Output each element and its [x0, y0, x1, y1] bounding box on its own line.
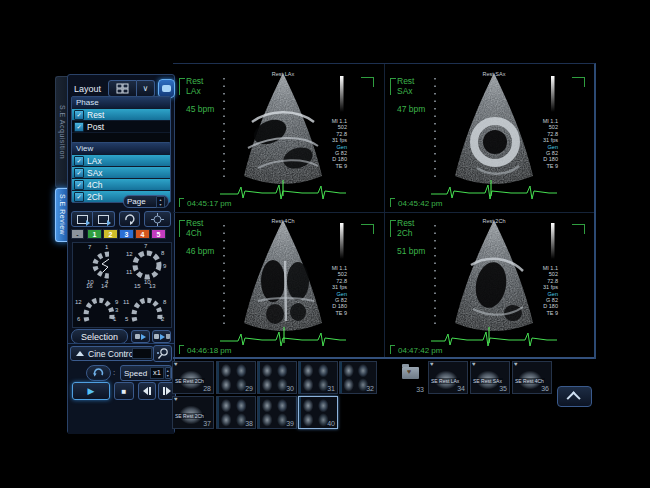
viewport-rest-lax[interactable]: Rest LAx MI 1.150272.831 fpsGenG 82D 180…: [174, 65, 384, 211]
step-back-icon: [143, 387, 148, 395]
stage-2-button[interactable]: 2: [103, 229, 118, 239]
collapse-up-icon: [76, 351, 84, 356]
speed-spinner[interactable]: ▴▾: [165, 367, 171, 379]
thumbnail-34[interactable]: ♥ SE Rest LAx 34: [428, 361, 468, 394]
layout-selector: ∨: [108, 80, 155, 97]
phase-group-title: Phase: [72, 97, 170, 108]
selection-send-delete-button[interactable]: [152, 330, 171, 343]
ultrasound-image-4ch: Rest 4Ch MI 1.150272.831 fpsGen: [218, 217, 348, 353]
layout-dropdown-button[interactable]: ∨: [137, 80, 155, 97]
checkbox-checked-icon[interactable]: ✓: [74, 156, 84, 166]
layout-grid-button[interactable]: [108, 80, 137, 97]
green-corner-icon: [361, 77, 374, 87]
viewport-rest-sax[interactable]: Rest SAx MI 1.150272.831 fpsGenG 82D 180…: [385, 65, 595, 211]
viewport-rest-4ch[interactable]: Rest 4Ch MI 1.150272.831 fpsGen: [174, 212, 384, 358]
page-button[interactable]: Page ▴▾: [123, 195, 169, 208]
refresh-views-button[interactable]: [119, 211, 140, 227]
checkbox-checked-icon[interactable]: ✓: [74, 122, 84, 132]
segment-diagram-2ch[interactable]: 15 13 11 8 5 2: [123, 285, 170, 325]
image-tool-group: [71, 211, 115, 227]
target-button[interactable]: [144, 211, 171, 227]
segment-diagram-sax[interactable]: 7 8 9 10 11 12: [123, 245, 170, 285]
stage-3-button[interactable]: 3: [119, 229, 134, 239]
viewport-view: SAx: [397, 87, 425, 97]
page-row: Page ▴▾: [71, 195, 171, 209]
thumbnail-29[interactable]: 29: [216, 361, 256, 394]
image-title: Rest LAx: [218, 71, 348, 77]
view-group: View ✓ LAx ✓ SAx ✓ 4Ch ✓ 2Ch: [71, 142, 171, 203]
phase-item-post[interactable]: ✓ Post: [72, 120, 170, 132]
thumbnail-37[interactable]: ♥ SE Rest 2Ch 37: [172, 396, 214, 429]
zoom-pan-button[interactable]: [153, 345, 172, 362]
page-label: Page: [127, 197, 146, 206]
green-corner-icon: [572, 224, 585, 234]
checkbox-checked-icon[interactable]: ✓: [74, 168, 84, 178]
thumbnail-30[interactable]: 30: [257, 361, 297, 394]
viewport-bpm: 47 bpm: [397, 105, 425, 115]
thumbnail-33-folder[interactable]: ♥ 33: [396, 361, 426, 394]
viewport-rest-2ch[interactable]: Rest 2Ch MI 1.150272.831 fpsGenG 82D 180…: [385, 212, 595, 358]
image-tech-readout: MI 1.150272.831 fpsGenG 82D 180TE 9: [321, 118, 347, 169]
loop-options-icon[interactable]: :: [113, 368, 115, 377]
thumbnail-36[interactable]: ♥ SE Rest 4Ch 36: [512, 361, 552, 394]
page-spinner[interactable]: ▴▾: [156, 196, 165, 208]
view-item-lax[interactable]: ✓ LAx: [72, 154, 170, 166]
image-tech-readout: MI 1.150272.831 fpsGenG 82D 180TE 9: [532, 265, 558, 316]
cycle-icon: [124, 213, 136, 225]
stage-minus-button[interactable]: -: [71, 229, 84, 239]
control-panel: Layout ∨ Phase ✓ Rest ✓ Post View: [67, 74, 175, 434]
stop-button[interactable]: ■: [114, 382, 134, 400]
thumbnail-strip: ♥ SE Rest 2Ch 28 29 30 31 32 ♥ 33 ♥ SE R…: [172, 360, 594, 432]
thumbnail-label: SE Rest LAx: [430, 378, 460, 384]
heart-icon: ♥: [430, 361, 434, 367]
view-item-label: SAx: [87, 168, 103, 178]
capture-loop-button[interactable]: [93, 211, 115, 227]
step-back-button[interactable]: [138, 382, 156, 400]
frame-arrow-icon: [98, 215, 109, 224]
selection-row: Selection: [71, 329, 171, 344]
selection-send-button[interactable]: [131, 330, 150, 343]
segment-diagram-lax[interactable]: 7 1 10 4: [75, 245, 122, 285]
segment-diagram-4ch[interactable]: 16 14 12 9 6 1 3: [75, 285, 122, 325]
arrow-right-icon: [160, 334, 165, 340]
thumbnail-39[interactable]: 39: [257, 396, 297, 429]
play-button[interactable]: ▶: [72, 382, 110, 400]
stage-1-button[interactable]: 1: [87, 229, 102, 239]
step-forward-icon: [166, 387, 171, 395]
cine-indicator-slot: [132, 348, 152, 359]
checkbox-checked-icon[interactable]: ✓: [74, 180, 84, 190]
thumbnail-number: 37: [203, 420, 211, 427]
thumbnail-number: 32: [366, 385, 374, 392]
heart-icon: ♥: [174, 361, 178, 367]
checkbox-checked-icon[interactable]: ✓: [74, 110, 84, 120]
speed-row: : Speed x1 ▴▾: [68, 365, 174, 382]
speed-label: Speed: [124, 369, 147, 378]
capture-image-button[interactable]: [71, 211, 93, 227]
thumbnail-number: 34: [457, 385, 465, 392]
collapse-strip-button[interactable]: [557, 386, 592, 407]
view-item-sax[interactable]: ✓ SAx: [72, 166, 170, 178]
viewport-annotation: Rest LAx 45 bpm: [179, 77, 214, 115]
viewport-view: 4Ch: [186, 229, 214, 239]
crosshair-icon: [151, 213, 164, 226]
thumbnail-40[interactable]: 40: [298, 396, 338, 429]
speed-value[interactable]: x1: [150, 367, 163, 379]
view-item-4ch[interactable]: ✓ 4Ch: [72, 178, 170, 190]
thumbnail-31[interactable]: 31: [298, 361, 338, 394]
phase-item-rest[interactable]: ✓ Rest: [72, 108, 170, 120]
thumbnail-28[interactable]: ♥ SE Rest 2Ch 28: [172, 361, 214, 394]
strip-separator: [173, 357, 594, 359]
green-bracket-icon: [390, 345, 395, 354]
thumbnail-35[interactable]: ♥ SE Rest SAx 35: [470, 361, 510, 394]
thumbnail-38[interactable]: 38: [216, 396, 256, 429]
spinner-down-icon[interactable]: ▾: [166, 373, 170, 378]
spinner-down-icon[interactable]: ▾: [157, 202, 164, 207]
protocol-icon: [162, 85, 171, 92]
thumbnail-number: 39: [286, 420, 294, 427]
selection-button[interactable]: Selection: [71, 329, 128, 344]
stage-4-button[interactable]: 4: [135, 229, 150, 239]
loop-mode-button[interactable]: [86, 365, 111, 381]
thumbnail-number: 33: [416, 386, 424, 393]
thumbnail-32[interactable]: 32: [339, 361, 377, 394]
stage-5-button[interactable]: 5: [151, 229, 166, 239]
